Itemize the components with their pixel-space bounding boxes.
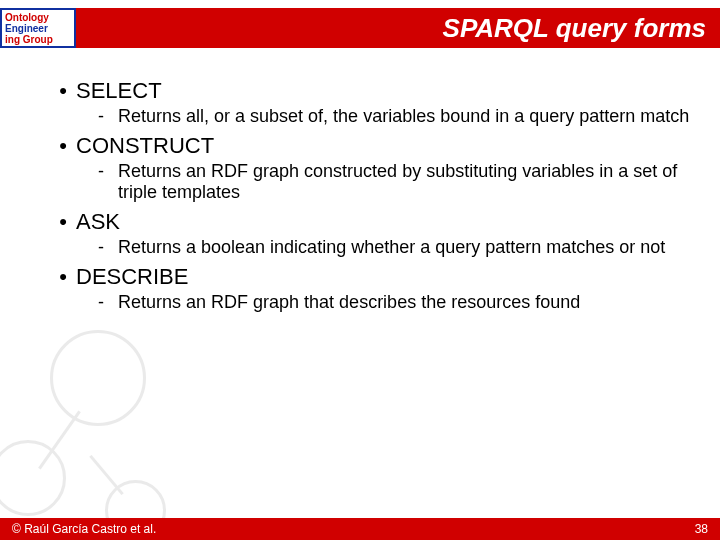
item-heading: DESCRIBE <box>76 264 188 289</box>
item-desc: Returns a boolean indicating whether a q… <box>118 237 690 258</box>
item-desc: Returns an RDF graph that describes the … <box>118 292 690 313</box>
slide-title: SPARQL query forms <box>76 8 720 48</box>
logo-line2: Engineer <box>5 23 71 34</box>
copyright: © Raúl García Castro et al. <box>12 522 156 536</box>
item-heading: ASK <box>76 209 120 234</box>
item-desc: Returns an RDF graph constructed by subs… <box>118 161 690 203</box>
content: •SELECT -Returns all, or a subset of, th… <box>50 78 690 319</box>
page-number: 38 <box>695 522 708 536</box>
item-desc: Returns all, or a subset of, the variabl… <box>118 106 690 127</box>
list-item: •SELECT -Returns all, or a subset of, th… <box>50 78 690 127</box>
logo-line1: Ontology <box>5 12 71 23</box>
item-heading: SELECT <box>76 78 162 103</box>
logo-ontology-engineering-group: Ontology Engineer ing Group <box>0 8 76 48</box>
header: Ontology Engineer ing Group SPARQL query… <box>0 8 720 48</box>
list-item: •DESCRIBE -Returns an RDF graph that des… <box>50 264 690 313</box>
item-heading: CONSTRUCT <box>76 133 214 158</box>
list-item: •CONSTRUCT -Returns an RDF graph constru… <box>50 133 690 203</box>
footer: © Raúl García Castro et al. 38 <box>0 518 720 540</box>
list-item: •ASK -Returns a boolean indicating wheth… <box>50 209 690 258</box>
logo-line3: ing Group <box>5 34 71 45</box>
background-graph-decoration <box>0 310 190 540</box>
slide: Ontology Engineer ing Group SPARQL query… <box>0 0 720 540</box>
